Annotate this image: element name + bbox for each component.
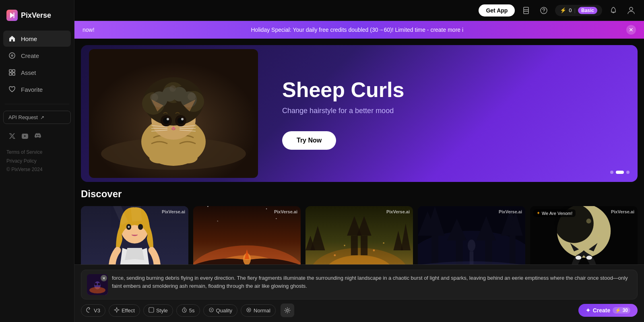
- prompt-thumbnail: ✕: [87, 274, 108, 295]
- svg-point-93: [89, 287, 105, 293]
- duration-label: 5s: [189, 308, 195, 314]
- timer-icon: [182, 307, 187, 314]
- svg-point-85: [576, 256, 582, 260]
- svg-rect-1: [13, 12, 14, 18]
- version-icon: [86, 307, 92, 314]
- hero-dot-3[interactable]: [626, 171, 630, 174]
- hero-title: Sheep Curls: [282, 78, 613, 102]
- svg-point-97: [211, 309, 212, 311]
- svg-point-37: [167, 118, 169, 120]
- hero-banner: Sheep Curls Change hairstyle for a bette…: [81, 45, 638, 182]
- sidebar-item-favorite-label: Favorite: [21, 86, 43, 93]
- hero-cat-image: [89, 49, 258, 178]
- topbar: Get App ⚡ 0 | Basic: [74, 0, 644, 21]
- svg-point-70: [373, 250, 375, 252]
- svg-point-3: [11, 54, 13, 57]
- try-now-button[interactable]: Try Now: [282, 131, 336, 150]
- svg-point-68: [334, 254, 336, 256]
- watermark-4: PixVerse.ai: [499, 209, 522, 214]
- logo-icon: [6, 10, 18, 21]
- venom-badge: ✦ We Are Venom!: [533, 209, 576, 217]
- version-label: V3: [94, 308, 100, 314]
- svg-point-83: [586, 219, 591, 223]
- lightning-icon: ⚡: [560, 7, 566, 13]
- svg-rect-5: [12, 70, 15, 72]
- sidebar-item-create-label: Create: [21, 52, 39, 59]
- svg-point-46: [149, 152, 169, 163]
- svg-point-47: [178, 152, 198, 163]
- normal-button[interactable]: Normal: [241, 304, 276, 317]
- quality-button[interactable]: Quality: [203, 304, 237, 317]
- floating-prompt: ✕ force, sending burning debris flying i…: [74, 264, 644, 322]
- heart-icon: [8, 85, 16, 93]
- copyright: © PixVerse 2024: [6, 165, 68, 174]
- svg-point-60: [217, 221, 218, 221]
- hero-dot-1[interactable]: [610, 171, 613, 174]
- create-icon: [8, 52, 16, 60]
- svg-point-61: [276, 218, 277, 219]
- sidebar-item-favorite[interactable]: Favorite: [3, 81, 71, 97]
- hero-subtitle: Change hairstyle for a better mood: [282, 107, 613, 115]
- hero-content: Sheep Curls Change hairstyle for a bette…: [258, 62, 638, 166]
- create-button[interactable]: ✦ Create ⚡ 30: [578, 304, 638, 317]
- youtube-icon[interactable]: [21, 132, 29, 140]
- create-label: Create: [593, 307, 611, 314]
- logo-text: PixVerse: [21, 11, 51, 20]
- quality-icon: [208, 307, 214, 314]
- svg-point-100: [286, 310, 288, 312]
- svg-point-28: [150, 93, 158, 101]
- normal-icon: [246, 307, 252, 314]
- app-logo[interactable]: PixVerse: [0, 6, 74, 31]
- svg-point-91: [95, 283, 97, 285]
- terms-link[interactable]: Terms of Service: [6, 149, 42, 155]
- svg-point-86: [586, 256, 592, 260]
- sidebar-item-asset[interactable]: Asset: [3, 64, 71, 80]
- prompt-box: ✕ force, sending burning debris flying i…: [81, 270, 638, 299]
- watermark-5: PixVerse.ai: [611, 209, 634, 214]
- svg-point-51: [138, 224, 143, 230]
- api-request-button[interactable]: API Request ↗: [3, 111, 71, 124]
- banner-close-button[interactable]: ✕: [626, 25, 636, 35]
- svg-rect-6: [9, 73, 12, 75]
- banner-text-left: now!: [83, 27, 95, 33]
- watermark-3: PixVerse.ai: [386, 209, 410, 214]
- twitter-icon[interactable]: [8, 132, 16, 140]
- svg-point-38: [181, 118, 184, 120]
- duration-button[interactable]: 5s: [176, 304, 200, 317]
- svg-point-69: [344, 245, 345, 246]
- svg-point-84: [597, 234, 600, 237]
- prompt-toolbar: V3 Effect Style: [81, 303, 638, 317]
- svg-rect-77: [485, 241, 492, 265]
- api-label: API Request: [8, 114, 38, 120]
- credits-badge: ⚡ 0 | Basic: [555, 5, 602, 16]
- banner-text-right: Holiday Special: Your daily free credits…: [251, 27, 463, 33]
- svg-point-52: [128, 226, 130, 228]
- style-button[interactable]: Style: [143, 304, 173, 317]
- svg-rect-66: [351, 236, 358, 256]
- prompt-thumb-close[interactable]: ✕: [101, 275, 107, 281]
- svg-point-71: [383, 242, 384, 244]
- sidebar-footer: Terms of Service Privacy Policy © PixVer…: [0, 145, 74, 178]
- privacy-link[interactable]: Privacy Policy: [6, 158, 37, 164]
- credits-amount: 0: [569, 7, 572, 13]
- settings-button[interactable]: [281, 303, 294, 317]
- effect-icon: [114, 307, 120, 314]
- hero-dot-2[interactable]: [616, 171, 624, 174]
- svg-point-99: [248, 309, 250, 311]
- help-icon[interactable]: [537, 4, 550, 17]
- effect-button[interactable]: Effect: [109, 304, 140, 317]
- notifications-icon[interactable]: [607, 4, 620, 17]
- sidebar-divider: [5, 104, 69, 104]
- sidebar-item-create[interactable]: Create: [3, 47, 71, 64]
- sidebar-item-home[interactable]: Home: [3, 31, 71, 47]
- svg-rect-74: [431, 236, 438, 265]
- home-icon: [8, 35, 16, 43]
- get-app-button[interactable]: Get App: [479, 4, 515, 17]
- user-avatar[interactable]: [625, 4, 638, 17]
- sidebar-item-asset-label: Asset: [21, 69, 36, 76]
- discord-icon[interactable]: [34, 132, 42, 140]
- sidebar-item-home-label: Home: [21, 35, 37, 42]
- watermark-1: PixVerse.ai: [162, 209, 185, 214]
- version-button[interactable]: V3: [81, 304, 105, 317]
- bookmarks-icon[interactable]: [520, 4, 533, 17]
